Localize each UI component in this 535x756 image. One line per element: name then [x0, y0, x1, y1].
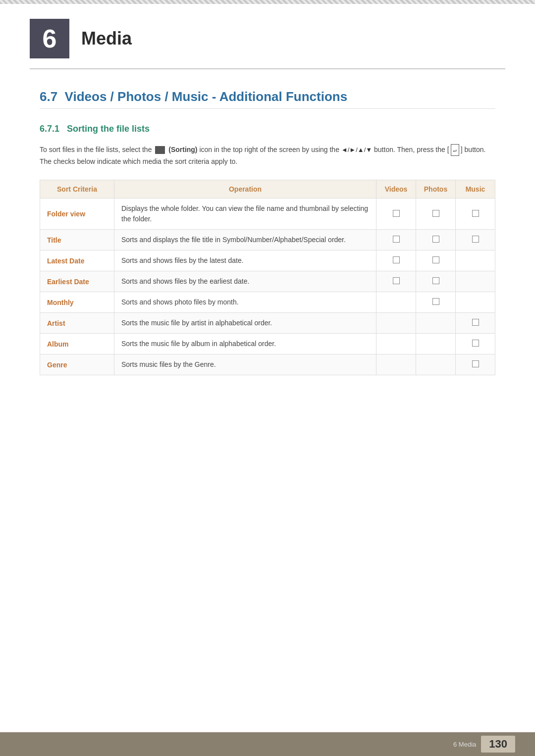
- checkbox-videos: [393, 256, 400, 263]
- chapter-number: 6: [30, 19, 69, 58]
- videos-check-cell: [376, 354, 416, 375]
- table-row: ArtistSorts the music file by artist in …: [40, 313, 495, 334]
- photos-check-cell: [416, 251, 456, 271]
- chapter-title: Media: [81, 28, 132, 49]
- operation-cell: Displays the whole folder. You can view …: [114, 199, 376, 230]
- header-operation: Operation: [114, 180, 376, 199]
- table-row: Earliest DateSorts and shows files by th…: [40, 271, 495, 292]
- videos-check-cell: [376, 292, 416, 313]
- checkbox-music: [472, 319, 479, 326]
- videos-check-cell: [376, 199, 416, 230]
- checkbox-photos: [432, 210, 439, 217]
- footer-page-number: 130: [481, 736, 515, 753]
- videos-check-cell: [376, 313, 416, 334]
- sorting-icon: [155, 146, 165, 154]
- criteria-cell: Genre: [40, 354, 114, 375]
- table-header-row: Sort Criteria Operation Videos Photos Mu…: [40, 180, 495, 199]
- photos-check-cell: [416, 313, 456, 334]
- music-check-cell: [456, 199, 495, 230]
- criteria-cell: Monthly: [40, 292, 114, 313]
- table-row: GenreSorts music files by the Genre.: [40, 354, 495, 375]
- main-content: 6.7 Videos / Photos / Music - Additional…: [0, 69, 535, 405]
- videos-check-cell: [376, 251, 416, 271]
- operation-cell: Sorts the music file by artist in alphab…: [114, 313, 376, 334]
- operation-cell: Sorts and shows files by the latest date…: [114, 251, 376, 271]
- videos-check-cell: [376, 230, 416, 251]
- table-body: Folder viewDisplays the whole folder. Yo…: [40, 199, 495, 375]
- music-check-cell: [456, 292, 495, 313]
- checkbox-photos: [432, 256, 439, 263]
- checkbox-photos: [432, 277, 439, 284]
- music-check-cell: [456, 313, 495, 334]
- photos-check-cell: [416, 354, 456, 375]
- music-check-cell: [456, 230, 495, 251]
- footer-text: 6 Media: [453, 741, 476, 748]
- criteria-cell: Latest Date: [40, 251, 114, 271]
- table-header: Sort Criteria Operation Videos Photos Mu…: [40, 180, 495, 199]
- checkbox-photos: [432, 298, 439, 305]
- checkbox-music: [472, 210, 479, 217]
- music-check-cell: [456, 271, 495, 292]
- header-sort-criteria: Sort Criteria: [40, 180, 114, 199]
- chapter-header: 6 Media: [0, 4, 535, 68]
- photos-check-cell: [416, 334, 456, 354]
- header-music: Music: [456, 180, 495, 199]
- photos-check-cell: [416, 271, 456, 292]
- subsection-title: 6.7.1 Sorting the file lists: [40, 124, 495, 134]
- music-check-cell: [456, 251, 495, 271]
- checkbox-photos: [432, 236, 439, 243]
- criteria-cell: Earliest Date: [40, 271, 114, 292]
- criteria-cell: Artist: [40, 313, 114, 334]
- operation-cell: Sorts the music file by album in alphabe…: [114, 334, 376, 354]
- page-footer: 6 Media 130: [0, 732, 535, 756]
- checkbox-music: [472, 340, 479, 347]
- criteria-cell: Folder view: [40, 199, 114, 230]
- table-row: TitleSorts and displays the file title i…: [40, 230, 495, 251]
- table-row: Latest DateSorts and shows files by the …: [40, 251, 495, 271]
- checkbox-videos: [393, 236, 400, 243]
- operation-cell: Sorts and shows photo files by month.: [114, 292, 376, 313]
- enter-icon: ↵: [451, 144, 459, 156]
- operation-cell: Sorts music files by the Genre.: [114, 354, 376, 375]
- music-check-cell: [456, 334, 495, 354]
- section-title: 6.7 Videos / Photos / Music - Additional…: [40, 89, 495, 109]
- checkbox-videos: [393, 210, 400, 217]
- photos-check-cell: [416, 230, 456, 251]
- photos-check-cell: [416, 292, 456, 313]
- criteria-cell: Title: [40, 230, 114, 251]
- photos-check-cell: [416, 199, 456, 230]
- table-row: MonthlySorts and shows photo files by mo…: [40, 292, 495, 313]
- checkbox-videos: [393, 277, 400, 284]
- operation-cell: Sorts and displays the file title in Sym…: [114, 230, 376, 251]
- criteria-cell: Album: [40, 334, 114, 354]
- table-row: Folder viewDisplays the whole folder. Yo…: [40, 199, 495, 230]
- sort-criteria-table: Sort Criteria Operation Videos Photos Mu…: [40, 180, 495, 375]
- checkbox-music: [472, 360, 479, 367]
- top-decorative-stripe: [0, 0, 535, 4]
- header-photos: Photos: [416, 180, 456, 199]
- music-check-cell: [456, 354, 495, 375]
- videos-check-cell: [376, 271, 416, 292]
- intro-paragraph: To sort files in the file lists, select …: [40, 144, 495, 168]
- checkbox-music: [472, 236, 479, 243]
- header-videos: Videos: [376, 180, 416, 199]
- operation-cell: Sorts and shows files by the earliest da…: [114, 271, 376, 292]
- table-row: AlbumSorts the music file by album in al…: [40, 334, 495, 354]
- videos-check-cell: [376, 334, 416, 354]
